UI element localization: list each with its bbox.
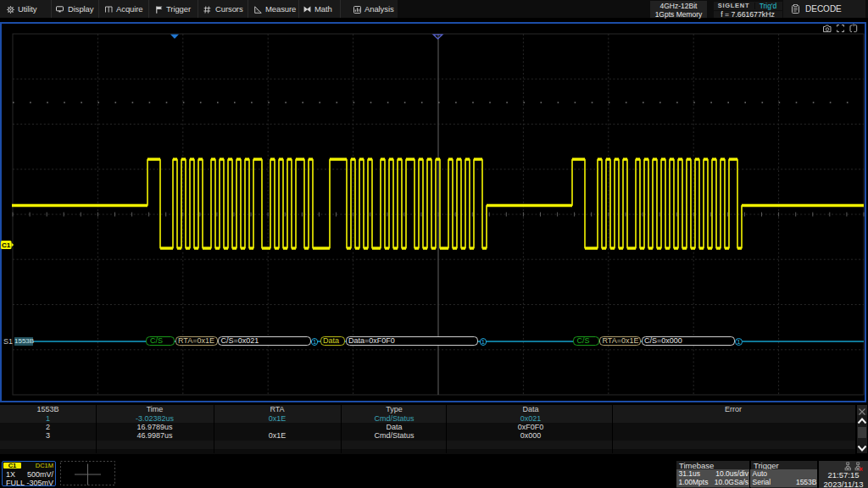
svg-text:C1: C1 xyxy=(2,241,11,249)
